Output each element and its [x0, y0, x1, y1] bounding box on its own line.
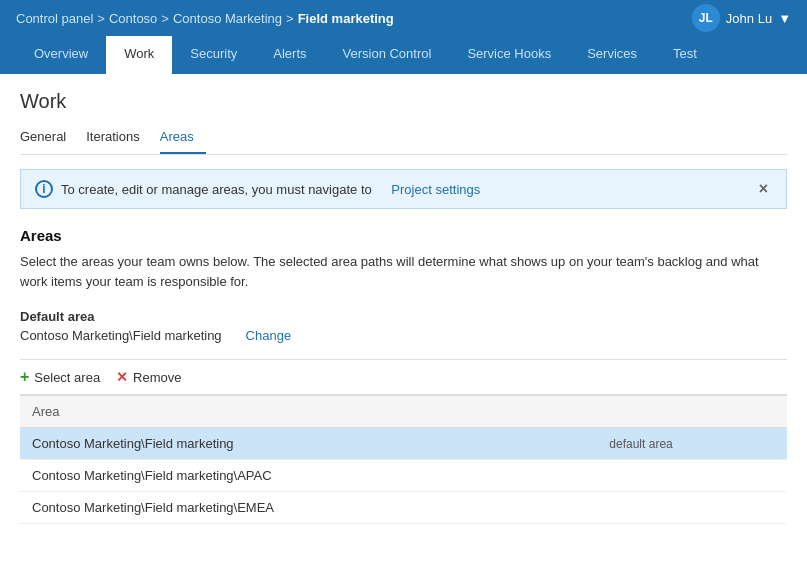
sub-tab-general[interactable]: General — [20, 125, 78, 154]
area-cell: Contoso Marketing\Field marketing\EMEA — [20, 492, 597, 524]
avatar: JL — [692, 4, 720, 32]
content-area: Work General Iterations Areas i To creat… — [0, 74, 807, 540]
user-info[interactable]: JL John Lu ▼ — [692, 4, 791, 32]
table-header-row: Area — [20, 396, 787, 428]
toolbar: + Select area ✕ Remove — [20, 359, 787, 395]
badge-cell — [597, 492, 787, 524]
badge-cell — [597, 460, 787, 492]
breadcrumb-contoso-marketing[interactable]: Contoso Marketing — [173, 11, 282, 26]
areas-section-desc: Select the areas your team owns below. T… — [20, 252, 787, 291]
sub-tabs: General Iterations Areas — [20, 125, 787, 155]
change-link[interactable]: Change — [246, 328, 292, 343]
select-area-button[interactable]: + Select area — [20, 368, 100, 386]
default-area-value: Contoso Marketing\Field marketing — [20, 328, 222, 343]
user-name: John Lu — [726, 11, 772, 26]
table-row[interactable]: Contoso Marketing\Field marketingdefault… — [20, 428, 787, 460]
user-dropdown-icon[interactable]: ▼ — [778, 11, 791, 26]
tab-services[interactable]: Services — [569, 36, 655, 74]
areas-section-title: Areas — [20, 227, 787, 244]
sub-tab-areas[interactable]: Areas — [160, 125, 206, 154]
select-area-label: Select area — [34, 370, 100, 385]
breadcrumb-contoso[interactable]: Contoso — [109, 11, 157, 26]
page-title: Work — [20, 90, 787, 113]
info-banner-content: i To create, edit or manage areas, you m… — [35, 180, 480, 198]
plus-icon: + — [20, 368, 29, 386]
default-area-badge: default area — [609, 437, 672, 451]
info-banner: i To create, edit or manage areas, you m… — [20, 169, 787, 209]
default-area-label: Default area — [20, 309, 787, 324]
tab-overview[interactable]: Overview — [16, 36, 106, 74]
breadcrumb-sep-1: > — [161, 11, 169, 26]
areas-table: Area Contoso Marketing\Field marketingde… — [20, 395, 787, 524]
badge-cell: default area — [597, 428, 787, 460]
tab-version-control[interactable]: Version Control — [325, 36, 450, 74]
top-header: Control panel > Contoso > Contoso Market… — [0, 0, 807, 36]
breadcrumb-control-panel[interactable]: Control panel — [16, 11, 93, 26]
tab-test[interactable]: Test — [655, 36, 715, 74]
col-badge — [597, 396, 787, 428]
breadcrumb-sep-2: > — [286, 11, 294, 26]
close-button[interactable]: × — [755, 180, 772, 198]
project-settings-link[interactable]: Project settings — [391, 182, 480, 197]
table-row[interactable]: Contoso Marketing\Field marketing\EMEA — [20, 492, 787, 524]
tab-security[interactable]: Security — [172, 36, 255, 74]
breadcrumb-sep-0: > — [97, 11, 105, 26]
info-banner-text: To create, edit or manage areas, you mus… — [61, 182, 372, 197]
col-area: Area — [20, 396, 597, 428]
tab-service-hooks[interactable]: Service Hooks — [449, 36, 569, 74]
table-row[interactable]: Contoso Marketing\Field marketing\APAC — [20, 460, 787, 492]
sub-tab-iterations[interactable]: Iterations — [86, 125, 151, 154]
tab-work[interactable]: Work — [106, 36, 172, 74]
info-icon: i — [35, 180, 53, 198]
breadcrumb-current: Field marketing — [298, 11, 394, 26]
area-cell: Contoso Marketing\Field marketing\APAC — [20, 460, 597, 492]
nav-tabs: Overview Work Security Alerts Version Co… — [0, 36, 807, 74]
remove-label: Remove — [133, 370, 181, 385]
remove-button[interactable]: ✕ Remove — [116, 369, 181, 385]
x-icon: ✕ — [116, 369, 128, 385]
breadcrumb: Control panel > Contoso > Contoso Market… — [16, 11, 394, 26]
area-cell: Contoso Marketing\Field marketing — [20, 428, 597, 460]
tab-alerts[interactable]: Alerts — [255, 36, 324, 74]
default-area-row: Contoso Marketing\Field marketing Change — [20, 328, 787, 343]
